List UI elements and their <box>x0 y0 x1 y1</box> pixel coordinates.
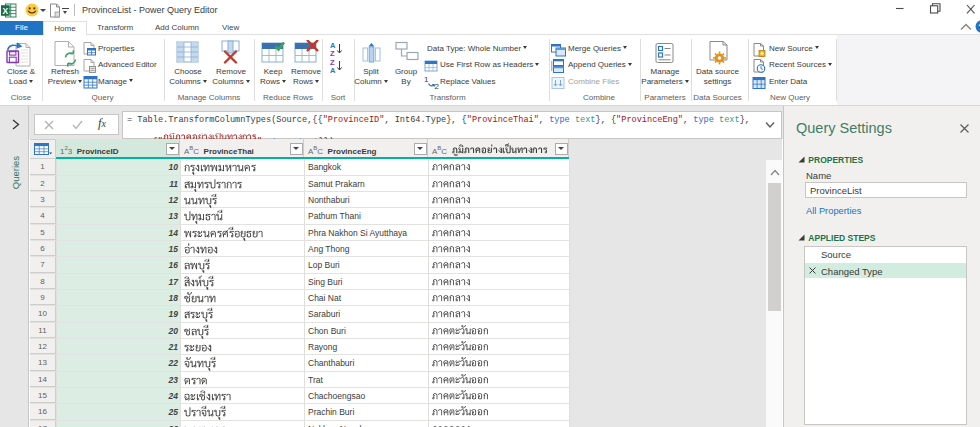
svg-text:X: X <box>2 6 8 16</box>
svg-text:1: 1 <box>424 75 429 84</box>
svg-text:Z: Z <box>330 49 335 57</box>
svg-text:A: A <box>330 66 336 74</box>
svg-text:2: 2 <box>435 82 440 90</box>
